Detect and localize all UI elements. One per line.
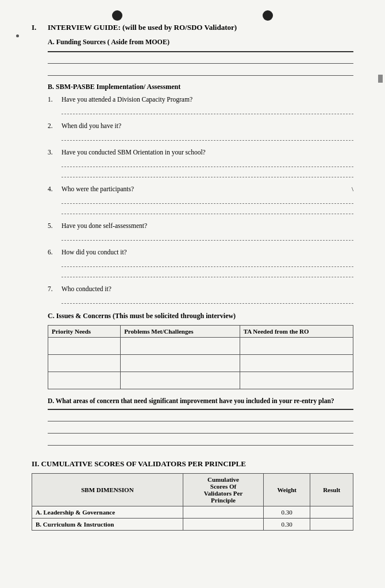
subsection-c: C. Issues & Concerns (This must be solic… <box>48 312 353 389</box>
issues-table: Priority Needs Problems Met/Challenges T… <box>48 325 353 389</box>
priority-cell-1 <box>48 338 121 355</box>
sbm-result-2 <box>310 519 353 531</box>
sbm-dimension-1: A. Leadership & Governance <box>32 506 183 519</box>
problems-cell-3 <box>121 372 240 389</box>
sbm-table: SBM DIMENSION CumulativeScores OfValidat… <box>32 473 353 531</box>
subsection-d: D. What areas of concern that need signi… <box>48 397 353 446</box>
issues-table-header-row: Priority Needs Problems Met/Challenges T… <box>48 326 353 338</box>
d-line3 <box>48 435 353 446</box>
section-i-roman: I. <box>32 23 42 449</box>
section-ii: II. CUMULATIVE SCORES OF VALIDATORS PER … <box>32 459 353 531</box>
subsection-b-label: B. SBM-PASBE Implementation/ Assessment <box>48 83 353 91</box>
section-ii-title: II. CUMULATIVE SCORES OF VALIDATORS PER … <box>32 459 353 469</box>
sbm-result-1 <box>310 506 353 519</box>
q5-line <box>61 231 353 241</box>
q3-text: Have you conducted SBM Orientation in yo… <box>61 149 353 156</box>
q6-num: 6. <box>48 249 58 256</box>
question-1: 1. Have you attended a Division Capacity… <box>48 96 353 114</box>
subsection-d-label: D. What areas of concern that need signi… <box>48 397 353 404</box>
q6-text: How did you conduct it? <box>61 249 353 256</box>
table-row <box>48 372 353 389</box>
ta-cell-3 <box>240 372 353 389</box>
q4-line2 <box>61 205 353 214</box>
q1-num: 1. <box>48 96 58 103</box>
table-row <box>48 338 353 355</box>
q2-text: When did you have it? <box>61 122 353 129</box>
sbm-score-2 <box>183 519 263 531</box>
problems-cell-1 <box>121 338 240 355</box>
document-page: I. INTERVIEW GUIDE: (will be used by RO/… <box>0 0 385 588</box>
sbm-row-2: B. Curriculum & Instruction 0.30 <box>32 519 353 531</box>
sbm-col-dimension: SBM DIMENSION <box>32 474 183 506</box>
q7-text: Who conducted it? <box>61 285 353 292</box>
question-4: 4. Who were the participants? \ <box>48 185 353 214</box>
sbm-weight-1: 0.30 <box>264 506 310 519</box>
col-priority-needs: Priority Needs <box>48 326 121 338</box>
table-row <box>48 355 353 372</box>
q4-line1 <box>61 195 353 204</box>
sbm-col-weight: Weight <box>264 474 310 506</box>
q3-line1 <box>61 158 353 167</box>
question-7: 7. Who conducted it? <box>48 285 353 304</box>
question-6: 6. How did you conduct it? <box>48 249 353 277</box>
priority-cell-2 <box>48 355 121 372</box>
section-i: I. INTERVIEW GUIDE: (will be used by RO/… <box>32 23 353 449</box>
d-line2 <box>48 423 353 434</box>
q5-num: 5. <box>48 222 58 229</box>
sbm-dimension-2: B. Curriculum & Instruction <box>32 519 183 531</box>
question-3: 3. Have you conducted SBM Orientation in… <box>48 149 353 177</box>
q4-arrow: \ <box>352 185 353 192</box>
question-5: 5. Have you done self-assessment? <box>48 222 353 241</box>
sbm-score-1 <box>183 506 263 519</box>
col-problems: Problems Met/Challenges <box>121 326 240 338</box>
col-ta-needed: TA Needed from the RO <box>240 326 353 338</box>
sbm-col-cumulative: CumulativeScores OfValidators PerPrincip… <box>183 474 263 506</box>
q3-num: 3. <box>48 149 58 156</box>
q2-num: 2. <box>48 122 58 129</box>
subsection-a-label: A. Funding Sources ( Aside from MOOE) <box>48 38 353 47</box>
question-2: 2. When did you have it? <box>48 122 353 141</box>
ta-cell-2 <box>240 355 353 372</box>
q4-text: Who were the participants? <box>61 185 302 192</box>
sbm-table-header-row: SBM DIMENSION CumulativeScores OfValidat… <box>32 474 353 506</box>
hole-punch-left <box>112 10 122 21</box>
sbm-col-result: Result <box>310 474 353 506</box>
answer-line-a1 <box>48 53 353 64</box>
answer-line-a2 <box>48 65 353 76</box>
subsection-b-letter: B. <box>48 83 54 91</box>
subsection-a-text: Funding Sources ( Aside from MOOE) <box>56 38 170 46</box>
q7-line <box>61 295 353 304</box>
problems-cell-2 <box>121 355 240 372</box>
q3-line2 <box>61 168 353 177</box>
ta-cell-1 <box>240 338 353 355</box>
corner-dot <box>16 34 19 37</box>
subsection-b-text: SBM-PASBE Implementation/ Assessment <box>56 83 180 91</box>
subsection-a-letter: A. <box>48 38 55 46</box>
d-line1 <box>48 411 353 421</box>
hole-punch-right <box>263 10 273 21</box>
subsection-c-label: C. Issues & Concerns (This must be solic… <box>48 312 353 320</box>
subsection-d-lines <box>48 409 353 446</box>
sbm-weight-2: 0.30 <box>264 519 310 531</box>
q1-text: Have you attended a Division Capacity Pr… <box>61 96 353 103</box>
q6-line1 <box>61 258 353 267</box>
q6-line2 <box>61 268 353 277</box>
q4-num: 4. <box>48 185 58 192</box>
priority-cell-3 <box>48 372 121 389</box>
q1-line <box>61 105 353 114</box>
q5-text: Have you done self-assessment? <box>61 222 353 229</box>
section-i-content: INTERVIEW GUIDE: (will be used by RO/SDO… <box>48 23 353 449</box>
subsection-a-answers <box>48 51 353 76</box>
section-i-title: INTERVIEW GUIDE: (will be used by RO/SDO… <box>48 23 353 32</box>
sbm-row-1: A. Leadership & Governance 0.30 <box>32 506 353 519</box>
q7-num: 7. <box>48 285 58 292</box>
q2-line <box>61 131 353 141</box>
right-edge-mark <box>378 75 383 83</box>
